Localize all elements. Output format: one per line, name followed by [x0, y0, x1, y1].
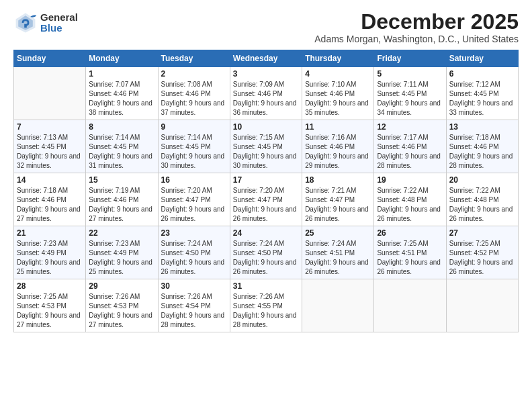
day-info: Sunrise: 7:16 AM Sunset: 4:46 PM Dayligh… — [305, 133, 371, 171]
table-row: 31 Sunrise: 7:26 AM Sunset: 4:55 PM Dayl… — [230, 279, 302, 332]
logo-icon — [13, 11, 38, 35]
sunset-text: Sunset: 4:47 PM — [233, 196, 283, 203]
daylight-text: Daylight: 9 hours and 26 minutes. — [377, 205, 441, 222]
daylight-text: Daylight: 9 hours and 30 minutes. — [161, 152, 225, 169]
calendar-week-row: 1 Sunrise: 7:07 AM Sunset: 4:46 PM Dayli… — [14, 67, 519, 120]
sunrise-text: Sunrise: 7:23 AM — [89, 240, 140, 247]
sunset-text: Sunset: 4:46 PM — [305, 143, 355, 150]
sunrise-text: Sunrise: 7:25 AM — [377, 240, 428, 247]
sunset-text: Sunset: 4:48 PM — [449, 196, 499, 203]
day-number: 18 — [305, 175, 371, 185]
col-sunday: Sunday — [14, 50, 86, 67]
day-number: 6 — [449, 69, 515, 79]
col-wednesday: Wednesday — [230, 50, 302, 67]
daylight-text: Daylight: 9 hours and 26 minutes. — [233, 259, 297, 275]
day-number: 23 — [161, 228, 227, 238]
calendar-table: Sunday Monday Tuesday Wednesday Thursday… — [13, 50, 519, 332]
sunset-text: Sunset: 4:46 PM — [377, 143, 427, 150]
day-number: 7 — [17, 122, 83, 132]
daylight-text: Daylight: 9 hours and 26 minutes. — [305, 259, 369, 275]
day-number: 13 — [449, 122, 515, 132]
table-row — [302, 279, 374, 332]
sunrise-text: Sunrise: 7:26 AM — [233, 293, 284, 300]
day-info: Sunrise: 7:13 AM Sunset: 4:45 PM Dayligh… — [17, 133, 83, 171]
sunrise-text: Sunrise: 7:15 AM — [233, 134, 284, 141]
daylight-text: Daylight: 9 hours and 30 minutes. — [233, 152, 297, 169]
day-info: Sunrise: 7:23 AM Sunset: 4:49 PM Dayligh… — [17, 239, 83, 277]
daylight-text: Daylight: 9 hours and 28 minutes. — [449, 152, 513, 169]
day-info: Sunrise: 7:19 AM Sunset: 4:46 PM Dayligh… — [89, 186, 154, 224]
sunrise-text: Sunrise: 7:24 AM — [161, 240, 212, 247]
table-row: 17 Sunrise: 7:20 AM Sunset: 4:47 PM Dayl… — [230, 173, 302, 226]
sunset-text: Sunset: 4:51 PM — [377, 249, 427, 257]
daylight-text: Daylight: 9 hours and 38 minutes. — [89, 99, 152, 116]
sunset-text: Sunset: 4:50 PM — [161, 249, 211, 257]
day-info: Sunrise: 7:07 AM Sunset: 4:46 PM Dayligh… — [89, 80, 154, 118]
table-row: 5 Sunrise: 7:11 AM Sunset: 4:45 PM Dayli… — [374, 67, 446, 120]
sunrise-text: Sunrise: 7:19 AM — [89, 187, 140, 194]
table-row: 26 Sunrise: 7:25 AM Sunset: 4:51 PM Dayl… — [374, 226, 446, 279]
header: General Blue December 2025 Adams Morgan,… — [13, 11, 519, 44]
day-number: 25 — [305, 228, 371, 238]
table-row: 16 Sunrise: 7:20 AM Sunset: 4:47 PM Dayl… — [158, 173, 230, 226]
sunrise-text: Sunrise: 7:18 AM — [449, 134, 500, 141]
day-number: 12 — [377, 122, 443, 132]
day-info: Sunrise: 7:24 AM Sunset: 4:51 PM Dayligh… — [305, 239, 371, 277]
sunset-text: Sunset: 4:53 PM — [89, 302, 138, 310]
sunrise-text: Sunrise: 7:08 AM — [161, 81, 212, 88]
table-row: 23 Sunrise: 7:24 AM Sunset: 4:50 PM Dayl… — [158, 226, 230, 279]
table-row: 25 Sunrise: 7:24 AM Sunset: 4:51 PM Dayl… — [302, 226, 374, 279]
sunrise-text: Sunrise: 7:25 AM — [17, 293, 68, 300]
table-row: 14 Sunrise: 7:18 AM Sunset: 4:46 PM Dayl… — [14, 173, 86, 226]
day-number: 31 — [233, 281, 299, 291]
day-info: Sunrise: 7:14 AM Sunset: 4:45 PM Dayligh… — [89, 133, 154, 171]
daylight-text: Daylight: 9 hours and 32 minutes. — [17, 152, 81, 169]
table-row: 7 Sunrise: 7:13 AM Sunset: 4:45 PM Dayli… — [14, 120, 86, 173]
sunset-text: Sunset: 4:46 PM — [89, 90, 138, 97]
sunrise-text: Sunrise: 7:18 AM — [17, 187, 68, 194]
daylight-text: Daylight: 9 hours and 27 minutes. — [89, 312, 152, 328]
table-row: 6 Sunrise: 7:12 AM Sunset: 4:45 PM Dayli… — [446, 67, 518, 120]
sunrise-text: Sunrise: 7:26 AM — [161, 293, 212, 300]
day-info: Sunrise: 7:22 AM Sunset: 4:48 PM Dayligh… — [377, 186, 443, 224]
daylight-text: Daylight: 9 hours and 26 minutes. — [449, 205, 513, 222]
sunrise-text: Sunrise: 7:20 AM — [161, 187, 212, 194]
daylight-text: Daylight: 9 hours and 37 minutes. — [161, 99, 225, 116]
table-row: 10 Sunrise: 7:15 AM Sunset: 4:45 PM Dayl… — [230, 120, 302, 173]
col-tuesday: Tuesday — [158, 50, 230, 67]
daylight-text: Daylight: 9 hours and 26 minutes. — [161, 259, 225, 275]
sunset-text: Sunset: 4:51 PM — [305, 249, 355, 257]
day-info: Sunrise: 7:14 AM Sunset: 4:45 PM Dayligh… — [161, 133, 227, 171]
col-saturday: Saturday — [446, 50, 518, 67]
table-row — [374, 279, 446, 332]
day-number: 11 — [305, 122, 371, 132]
table-row: 4 Sunrise: 7:10 AM Sunset: 4:46 PM Dayli… — [302, 67, 374, 120]
sunset-text: Sunset: 4:47 PM — [161, 196, 211, 203]
sunset-text: Sunset: 4:49 PM — [89, 249, 138, 257]
sunset-text: Sunset: 4:54 PM — [161, 302, 211, 310]
day-info: Sunrise: 7:20 AM Sunset: 4:47 PM Dayligh… — [161, 186, 227, 224]
daylight-text: Daylight: 9 hours and 26 minutes. — [377, 259, 441, 275]
daylight-text: Daylight: 9 hours and 28 minutes. — [233, 312, 297, 328]
logo-blue-text: Blue — [40, 23, 78, 34]
daylight-text: Daylight: 9 hours and 35 minutes. — [305, 99, 369, 116]
logo: General Blue — [13, 11, 78, 35]
day-info: Sunrise: 7:18 AM Sunset: 4:46 PM Dayligh… — [449, 133, 515, 171]
sunset-text: Sunset: 4:46 PM — [89, 196, 138, 203]
day-info: Sunrise: 7:10 AM Sunset: 4:46 PM Dayligh… — [305, 80, 371, 118]
day-info: Sunrise: 7:15 AM Sunset: 4:45 PM Dayligh… — [233, 133, 299, 171]
sunset-text: Sunset: 4:47 PM — [305, 196, 355, 203]
page-container: General Blue December 2025 Adams Morgan,… — [0, 0, 532, 339]
day-info: Sunrise: 7:22 AM Sunset: 4:48 PM Dayligh… — [449, 186, 515, 224]
daylight-text: Daylight: 9 hours and 28 minutes. — [161, 312, 225, 328]
sunset-text: Sunset: 4:46 PM — [233, 90, 283, 97]
table-row: 20 Sunrise: 7:22 AM Sunset: 4:48 PM Dayl… — [446, 173, 518, 226]
day-number: 1 — [89, 69, 154, 79]
day-info: Sunrise: 7:08 AM Sunset: 4:46 PM Dayligh… — [161, 80, 227, 118]
daylight-text: Daylight: 9 hours and 28 minutes. — [377, 152, 441, 169]
sunset-text: Sunset: 4:45 PM — [89, 143, 138, 150]
location-text: Adams Morgan, Washington, D.C., United S… — [314, 34, 519, 44]
day-number: 15 — [89, 175, 154, 185]
day-number: 17 — [233, 175, 299, 185]
title-block: December 2025 Adams Morgan, Washington, … — [314, 11, 519, 44]
